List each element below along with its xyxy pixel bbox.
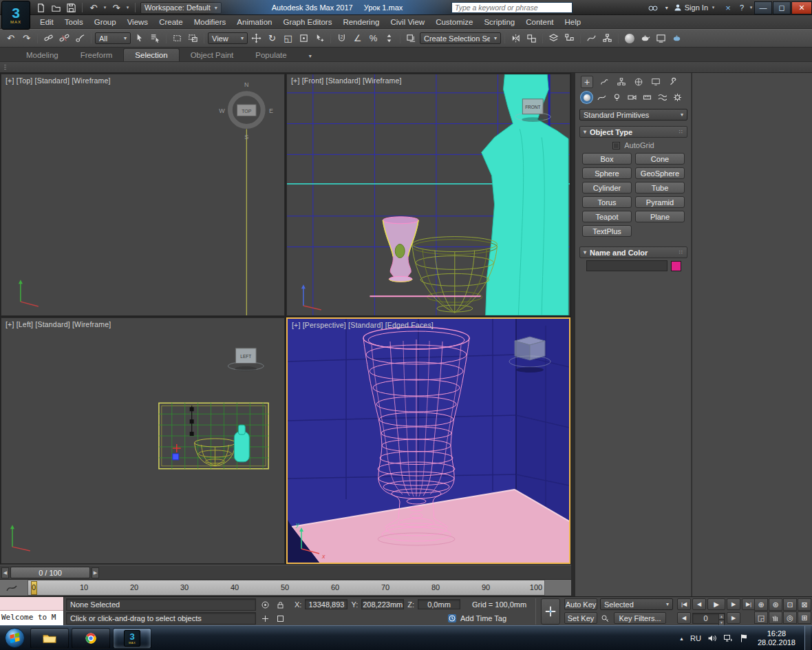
network-icon[interactable]: [723, 633, 733, 643]
torus-button[interactable]: Torus: [582, 196, 632, 208]
search-options-icon[interactable]: ▾: [661, 2, 672, 13]
language-indicator[interactable]: RU: [690, 634, 701, 642]
helpers-category-icon[interactable]: [641, 92, 653, 103]
zoom-all-icon[interactable]: ⊛: [769, 598, 782, 611]
select-by-name-icon[interactable]: [148, 31, 162, 45]
current-frame-field[interactable]: 0 ▲▼: [692, 613, 725, 624]
close-button[interactable]: ×: [791, 1, 812, 14]
select-and-rotate-icon[interactable]: ↻: [265, 31, 279, 45]
name-color-rollout-header[interactable]: ▾ Name and Color ∷: [579, 247, 687, 258]
select-and-manipulate-icon[interactable]: [312, 31, 327, 45]
previous-frame-button[interactable]: ◀: [692, 598, 706, 610]
systems-category-icon[interactable]: [672, 92, 683, 103]
viewport-left[interactable]: LEFT: [1, 317, 285, 564]
minimize-button[interactable]: —: [754, 1, 772, 14]
render-production-icon[interactable]: [670, 31, 684, 45]
tab-selection[interactable]: Selection: [123, 48, 179, 61]
time-slider[interactable]: ◀ 0 / 100 ▶: [0, 565, 571, 580]
geometry-category-icon[interactable]: [581, 92, 592, 103]
pan-view-icon[interactable]: [769, 611, 782, 624]
hierarchy-tab-icon[interactable]: [615, 76, 628, 88]
reference-coordinate-dropdown[interactable]: View ▾: [208, 32, 248, 44]
isolate-selection-icon[interactable]: [259, 599, 271, 610]
named-selection-sets-dropdown[interactable]: Create Selection Se ▾: [420, 32, 501, 44]
viewport-top[interactable]: TOP N S W E [+] [Top] [Standard] [Wirefr…: [1, 74, 285, 316]
object-name-field[interactable]: [586, 260, 667, 271]
viewport-left-label[interactable]: [+] [Left] [Standard] [Wireframe]: [6, 320, 111, 328]
tab-freeform[interactable]: Freeform: [70, 49, 124, 61]
sign-in-button[interactable]: Sign In ▾: [674, 3, 716, 12]
space-warps-category-icon[interactable]: [656, 92, 668, 103]
selection-lock-icon[interactable]: [274, 599, 286, 610]
motion-tab-icon[interactable]: [632, 76, 645, 88]
x-coordinate-field[interactable]: 13348,893: [305, 599, 348, 609]
auto-key-button[interactable]: Auto Key: [564, 598, 597, 610]
macro-recorder-pane[interactable]: [0, 597, 63, 611]
zoom-extents-all-icon[interactable]: ⊠: [798, 598, 811, 611]
schematic-view-icon[interactable]: [600, 31, 615, 45]
action-center-flag-icon[interactable]: [739, 633, 749, 643]
maximize-button[interactable]: ◻: [773, 1, 791, 14]
select-and-move-icon[interactable]: [249, 31, 264, 45]
display-tab-icon[interactable]: [650, 76, 662, 88]
offset-mode-icon[interactable]: [274, 613, 286, 624]
undo-dropdown-icon[interactable]: ▾: [103, 5, 107, 10]
infocenter-close-icon[interactable]: ×: [723, 2, 734, 13]
viewport-front[interactable]: FRONT: [286, 74, 570, 316]
mini-curve-editor-icon[interactable]: [6, 583, 17, 594]
render-setup-icon[interactable]: [638, 31, 652, 45]
rendered-frame-window-icon[interactable]: [654, 31, 668, 45]
menu-group[interactable]: Group: [89, 15, 122, 29]
primitive-category-dropdown[interactable]: Standard Primitives ▾: [579, 109, 687, 120]
menu-help[interactable]: Help: [559, 15, 586, 29]
shapes-category-icon[interactable]: [596, 92, 608, 103]
snaps-toggle-icon[interactable]: 2: [334, 31, 349, 45]
app-logo-icon[interactable]: 3 MAX: [1, 1, 30, 30]
y-coordinate-field[interactable]: 208,223mm: [361, 599, 404, 609]
menu-customize[interactable]: Customize: [430, 15, 478, 29]
menu-scripting[interactable]: Scripting: [478, 15, 520, 29]
key-step-back-button[interactable]: ◀: [677, 612, 691, 624]
viewport-front-label[interactable]: [+] [Front] [Standard] [Wireframe]: [291, 76, 402, 85]
taskbar-chrome-button[interactable]: [72, 628, 110, 649]
teapot-button[interactable]: Teapot: [582, 211, 632, 222]
unlink-selection-icon[interactable]: [57, 31, 72, 45]
zoom-region-icon[interactable]: ◲: [754, 611, 768, 624]
align-icon[interactable]: [524, 31, 539, 45]
zoom-icon[interactable]: ⊕: [754, 598, 768, 611]
spinner-snap-icon[interactable]: [382, 31, 396, 45]
lights-category-icon[interactable]: [611, 92, 623, 103]
modify-tab-icon[interactable]: [598, 76, 610, 88]
box-button[interactable]: Box: [582, 153, 632, 165]
menu-rendering[interactable]: Rendering: [337, 15, 385, 29]
key-step-forward-button[interactable]: ▶: [727, 612, 740, 624]
maximize-viewport-toggle-icon[interactable]: ⊞: [798, 611, 811, 624]
taskbar-clock[interactable]: 16:28 28.02.2018: [755, 629, 798, 647]
ribbon-drag-handle[interactable]: [4, 65, 6, 70]
open-file-icon[interactable]: [50, 1, 62, 14]
autogrid-checkbox[interactable]: [612, 142, 620, 149]
transform-gizmo-toggle[interactable]: [541, 598, 560, 625]
track-bar[interactable]: 0 10 20 30 40 50 60 70 80 90 100: [0, 580, 571, 596]
key-filters-button[interactable]: Key Filters...: [614, 612, 666, 624]
viewport-top-label[interactable]: [+] [Top] [Standard] [Wireframe]: [6, 76, 111, 85]
object-type-rollout-header[interactable]: ▾ Object Type ∷: [579, 126, 687, 138]
viewport-perspective[interactable]: y x [+] [Perspective] [Standard] [Edged …: [286, 317, 570, 564]
cone-button[interactable]: Cone: [635, 153, 685, 165]
play-button[interactable]: ▶: [707, 598, 725, 610]
rectangular-selection-region-icon[interactable]: [170, 31, 184, 45]
tab-populate[interactable]: Populate: [244, 49, 297, 61]
start-button[interactable]: [4, 627, 25, 649]
menu-graph-editors[interactable]: Graph Editors: [277, 15, 337, 29]
tab-object-paint[interactable]: Object Paint: [180, 49, 245, 61]
menu-edit[interactable]: Edit: [34, 15, 59, 29]
show-hidden-icons-button[interactable]: ▲: [679, 636, 684, 641]
volume-icon[interactable]: [707, 633, 717, 643]
menu-create[interactable]: Create: [153, 15, 189, 29]
orbit-icon[interactable]: ◎: [783, 611, 797, 624]
layer-manager-icon[interactable]: [546, 31, 561, 45]
go-to-end-button[interactable]: ▶|: [742, 598, 756, 610]
textplus-button[interactable]: TextPlus: [582, 225, 632, 237]
viewport-perspective-label[interactable]: [+] [Perspective] [Standard] [Edged Face…: [292, 321, 434, 329]
selection-filter-dropdown[interactable]: All ▾: [95, 32, 131, 44]
